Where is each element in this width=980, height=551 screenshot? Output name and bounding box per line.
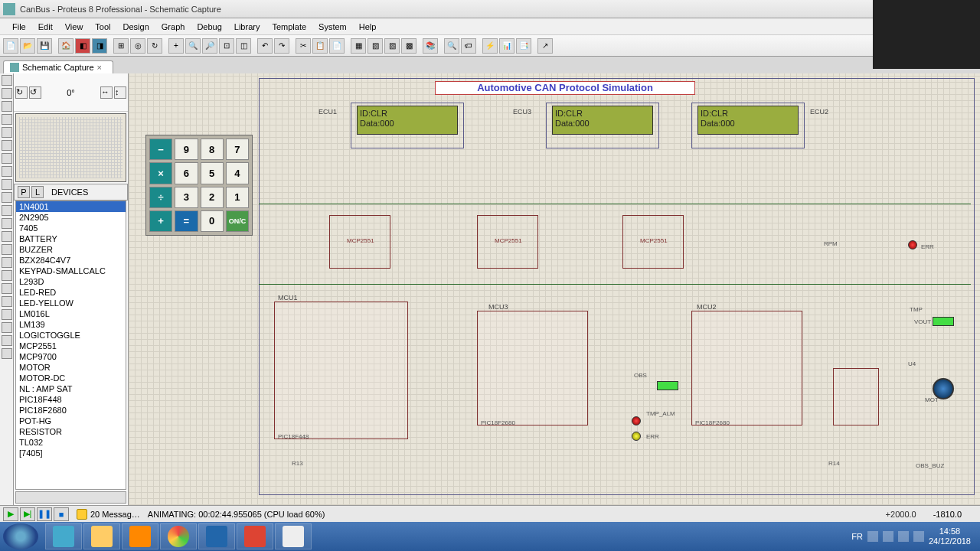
home-button[interactable]: 🏠 — [58, 38, 74, 54]
task-media[interactable] — [122, 523, 158, 549]
block-delete[interactable]: ▩ — [401, 38, 416, 54]
keypad-component[interactable]: −987×654÷321+=0ON/C — [145, 135, 253, 236]
arc-tool[interactable] — [2, 296, 12, 307]
schematic-canvas[interactable]: Automotive CAN Protocol Simulation −987×… — [129, 73, 980, 505]
new-button[interactable]: 📄 — [3, 38, 18, 54]
menu-debug[interactable]: Debug — [191, 21, 227, 33]
junction-tool[interactable] — [2, 101, 12, 112]
rotate-ccw[interactable]: ↺ — [29, 86, 41, 99]
device-item[interactable]: LED-RED — [16, 287, 126, 298]
selection-tool[interactable] — [2, 75, 12, 86]
device-item[interactable]: PIC18F2680 — [16, 405, 126, 416]
stop-button[interactable]: ■ — [54, 507, 69, 521]
device-item[interactable]: 2N2905 — [16, 212, 126, 223]
save-button[interactable]: 💾 — [37, 38, 52, 54]
pick-button[interactable]: 📚 — [423, 38, 438, 54]
pick-device-button[interactable]: P — [18, 186, 30, 198]
device-item[interactable]: MOTOR — [16, 362, 126, 373]
bom-button[interactable]: 📑 — [516, 38, 531, 54]
overview-preview[interactable] — [15, 113, 126, 182]
keypad-key[interactable]: 5 — [201, 162, 224, 184]
horizontal-scrollbar[interactable] — [15, 491, 126, 504]
subcircuit-tool[interactable] — [2, 153, 12, 164]
device-item[interactable]: POT-HG — [16, 416, 126, 426]
device-item[interactable]: BUZZER — [16, 244, 126, 255]
text2d-tool[interactable] — [2, 322, 12, 333]
terminal-tool[interactable] — [2, 166, 12, 177]
device-item[interactable]: TL032 — [16, 437, 126, 448]
lcd-ecu1[interactable]: ID:CLRData:000 — [351, 103, 464, 148]
keypad-key[interactable]: ÷ — [149, 187, 172, 208]
keypad-key[interactable]: 9 — [175, 139, 198, 160]
tray-icon[interactable] — [867, 531, 878, 542]
device-item[interactable]: [7405] — [16, 448, 126, 458]
volume-icon[interactable] — [913, 531, 924, 542]
keypad-key[interactable]: − — [149, 139, 172, 160]
schematic-icon[interactable]: ◧ — [75, 38, 90, 54]
mirror-y[interactable]: ↕ — [114, 86, 126, 99]
library-button[interactable]: L — [31, 186, 44, 198]
redo-button[interactable]: ↷ — [274, 38, 289, 54]
start-button[interactable] — [3, 523, 38, 549]
device-item[interactable]: RESISTOR — [16, 426, 126, 437]
symbol-tool[interactable] — [2, 335, 12, 346]
open-button[interactable]: 📂 — [20, 38, 35, 54]
tray-icon[interactable] — [883, 531, 893, 542]
status-messages[interactable]: 20 Messag… — [77, 509, 140, 520]
toggle-grid[interactable]: ⊞ — [113, 38, 129, 54]
text-tool[interactable] — [2, 127, 12, 138]
block-move[interactable]: ▧ — [368, 38, 383, 54]
devices-list[interactable]: 1N40012N29057405BATTERYBUZZERBZX284C4V7K… — [15, 201, 126, 490]
undo-button[interactable]: ↶ — [257, 38, 273, 54]
pcb-icon[interactable]: ◨ — [92, 38, 107, 54]
label-tool[interactable] — [2, 114, 12, 125]
line-tool[interactable] — [2, 257, 12, 268]
clock[interactable]: 14:58 24/12/2018 — [929, 527, 971, 546]
zoom-in[interactable]: 🔍 — [185, 38, 201, 54]
close-icon[interactable]: × — [97, 63, 106, 72]
led-tmp-alm[interactable] — [632, 416, 641, 425]
tab-schematic[interactable]: Schematic Capture × — [3, 60, 113, 73]
menu-template[interactable]: Template — [266, 21, 312, 33]
lcd-ecu2[interactable]: ID:CLRData:000 — [691, 103, 805, 148]
circle-tool[interactable] — [2, 283, 12, 294]
network-icon[interactable] — [898, 531, 909, 542]
component-tool[interactable] — [2, 88, 12, 99]
pin-tool[interactable] — [2, 179, 12, 190]
pause-button[interactable]: ❚❚ — [37, 507, 52, 521]
device-item[interactable]: MOTOR-DC — [16, 373, 126, 383]
box-tool[interactable] — [2, 270, 12, 281]
device-item[interactable]: BATTERY — [16, 233, 126, 244]
graph-tool[interactable] — [2, 192, 12, 203]
mirror-x[interactable]: ↔ — [100, 86, 113, 99]
menu-edit[interactable]: Edit — [32, 21, 59, 33]
marker-tool[interactable] — [2, 348, 12, 359]
property-button[interactable]: 🏷 — [461, 38, 476, 54]
keypad-key[interactable]: × — [149, 162, 172, 184]
keypad-key[interactable]: 8 — [201, 139, 224, 160]
rotate-cw[interactable]: ↻ — [15, 86, 28, 99]
zoom-button[interactable]: + — [168, 38, 184, 54]
keypad-key[interactable]: 6 — [175, 162, 198, 184]
device-item[interactable]: MCP9700 — [16, 351, 126, 362]
device-item[interactable]: NL : AMP SAT — [16, 383, 126, 394]
menu-help[interactable]: Help — [353, 21, 383, 33]
lang-indicator[interactable]: FR — [851, 532, 863, 541]
keypad-key[interactable]: ON/C — [226, 210, 249, 232]
step-button[interactable]: ▶| — [20, 507, 35, 521]
task-proteus[interactable] — [198, 523, 235, 549]
probe-tool[interactable] — [2, 231, 12, 242]
device-item[interactable]: PIC18F448 — [16, 394, 126, 405]
instrument-tool[interactable] — [2, 244, 12, 255]
task-powerpoint[interactable] — [237, 523, 273, 549]
block-copy[interactable]: ▦ — [351, 38, 366, 54]
device-item[interactable]: LM016L — [16, 308, 126, 319]
export-button[interactable]: ↗ — [537, 38, 553, 54]
task-chrome[interactable] — [160, 523, 197, 549]
device-item[interactable]: LM139 — [16, 319, 126, 330]
zoom-fit[interactable]: ⊡ — [219, 38, 234, 54]
task-editor[interactable] — [275, 523, 312, 549]
keypad-key[interactable]: 4 — [226, 162, 249, 184]
device-item[interactable]: 7405 — [16, 223, 126, 233]
generator-tool[interactable] — [2, 218, 12, 229]
